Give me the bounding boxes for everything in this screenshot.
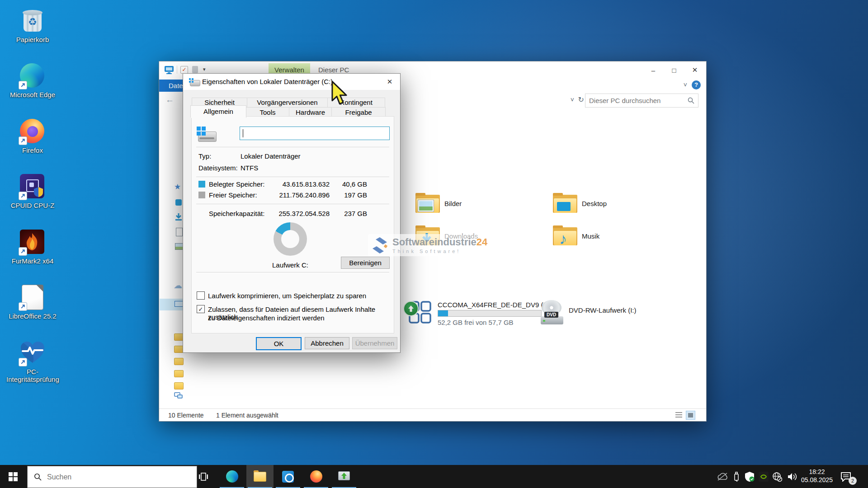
taskbar-search-input[interactable] [46, 473, 197, 482]
desktop-icon-label: LibreOffice 25.2 [6, 312, 59, 320]
thumbnail-view-icon[interactable] [686, 411, 695, 420]
desktop-icon-firefox[interactable]: Firefox [6, 119, 59, 154]
details-view-icon[interactable] [675, 411, 683, 418]
drive-d-icon [405, 298, 433, 330]
free-space-label: Freier Speicher: [209, 191, 257, 199]
folder-musik[interactable]: ♪ Musik [553, 223, 684, 249]
back-icon[interactable]: ← [165, 95, 174, 105]
window-title: Dieser PC [318, 66, 349, 74]
shortcut-arrow-icon [19, 192, 27, 200]
taskbar-app-firefox[interactable] [302, 465, 330, 488]
shortcut-arrow-icon [19, 358, 27, 366]
help-icon[interactable]: ? [692, 80, 701, 89]
onedrive-icon[interactable] [717, 471, 728, 483]
sidebar-folder-icon[interactable] [174, 382, 184, 389]
sidebar-onedrive-cloud-icon[interactable]: ☁ [174, 280, 182, 291]
sidebar-downloads-icon[interactable] [175, 213, 183, 223]
desktop-icon-cpuz[interactable]: CPUID CPU-Z [6, 174, 59, 209]
explorer-search-box[interactable] [585, 94, 698, 108]
sidebar-folder-icon[interactable] [174, 370, 184, 377]
cancel-button[interactable]: Abbrechen [305, 337, 349, 349]
usb-icon[interactable] [731, 471, 742, 483]
compress-checkbox-label: Laufwerk komprimieren, um Speicherplatz … [208, 292, 366, 300]
drive-icon [189, 78, 200, 85]
taskbar-search-box[interactable] [27, 466, 197, 488]
index-checkbox[interactable]: ✓ [197, 305, 205, 313]
ribbon-expand-icon[interactable]: ˅ [684, 81, 687, 89]
sidebar-quick-access-star-icon[interactable]: ★ [174, 182, 181, 192]
sidebar-selected-row[interactable] [160, 299, 183, 310]
folder-name: Desktop [582, 200, 607, 207]
filesystem-label: Dateisystem: [198, 164, 238, 172]
ok-button[interactable]: OK [256, 337, 302, 350]
folder-name: Musik [582, 232, 599, 240]
file-explorer-icon [254, 472, 266, 482]
security-shield-icon[interactable] [744, 471, 755, 483]
dialog-title: Eigenschaften von Lokaler Datenträger (C… [202, 78, 333, 85]
separator [196, 177, 389, 177]
taskbar-app-explorer[interactable] [246, 465, 274, 488]
type-label: Typ: [198, 152, 211, 160]
tab-vorgaengerversionen[interactable]: Vorgängerversionen [247, 98, 328, 108]
capacity-label: Speicherkapazität: [209, 210, 264, 217]
folder-desktop[interactable]: Desktop [553, 190, 684, 216]
minimize-button[interactable]: – [643, 61, 664, 79]
desktop-icon-recycle-bin[interactable]: ♻ Papierkorb [6, 8, 59, 43]
separator [196, 147, 389, 147]
dvd-badge: DVD [544, 312, 558, 318]
volume-label-input[interactable] [240, 127, 395, 140]
drive-d[interactable]: CCCOMA_X64FRE_DE-DE_DV9 (D:) 52,2 GB fre… [405, 298, 554, 330]
folder-name: Bilder [444, 200, 462, 207]
shortcut-arrow-icon [19, 302, 27, 311]
start-button[interactable] [0, 465, 26, 488]
used-color-swatch [198, 181, 205, 188]
taskbar-app-edge[interactable] [218, 465, 245, 488]
dialog-close-button[interactable]: ✕ [383, 76, 396, 88]
drive-dvd[interactable]: DVD DVD-RW-Laufwerk (I:) [540, 300, 675, 330]
desktop-icon-furmark[interactable]: FurMark2 x64 [6, 230, 59, 265]
volume-icon[interactable] [787, 471, 798, 483]
qat-properties-icon[interactable]: ✓ [180, 66, 188, 74]
sidebar-item-icon[interactable] [175, 199, 182, 206]
desktop-icon-pc-health-check[interactable]: PC-Integritätsprüfung [6, 340, 59, 383]
search-icon [688, 97, 694, 104]
folder-icon [553, 193, 577, 214]
apply-button[interactable]: Übernehmen [352, 337, 397, 349]
index-checkbox-label-line2: zu Dateieigenschaften indiziert werden [208, 314, 325, 322]
clock-time: 18:22 [798, 468, 836, 476]
task-view-button[interactable] [192, 465, 215, 488]
taskbar-clock[interactable]: 18:22 05.08.2025 [798, 468, 836, 484]
nvidia-icon[interactable] [758, 471, 769, 483]
sidebar-folder-icon[interactable] [174, 358, 184, 365]
maximize-button[interactable]: □ [664, 61, 684, 79]
desktop-icon-edge[interactable]: Microsoft Edge [6, 63, 59, 99]
watermark-logo-icon [371, 236, 389, 254]
sidebar-folder-icon[interactable] [174, 333, 184, 341]
watermark: Softwareindustrie24 Think Software! [368, 234, 502, 256]
close-button[interactable]: ✕ [684, 61, 705, 79]
taskbar-app-outlook[interactable] [274, 465, 302, 488]
qat-customize-caret-icon[interactable]: ▾ [203, 66, 206, 72]
music-note-glyph: ♪ [559, 230, 567, 248]
desktop-icon-libreoffice[interactable]: LibreOffice 25.2 [6, 285, 59, 320]
network-globe-icon[interactable] [771, 471, 783, 483]
volume-label-field[interactable] [240, 127, 390, 140]
qat-newfolder-icon[interactable] [192, 66, 198, 73]
folder-bilder[interactable]: Bilder [415, 190, 547, 216]
sidebar-document-icon[interactable] [176, 228, 183, 236]
cleanup-button[interactable]: Bereinigen [341, 257, 390, 269]
compress-checkbox[interactable] [197, 291, 205, 300]
firefox-icon [310, 470, 322, 483]
qat-computer-icon[interactable] [164, 66, 175, 75]
taskbar-app-media-tool[interactable] [330, 465, 358, 488]
desktop-icon-label: PC-Integritätsprüfung [6, 368, 59, 383]
refresh-icon[interactable]: ↻ [578, 95, 584, 104]
explorer-search-input[interactable] [585, 97, 688, 104]
capacity-gb: 237 GB [334, 210, 367, 217]
drive-name: DVD-RW-Laufwerk (I:) [569, 300, 636, 330]
usage-donut [274, 222, 307, 256]
sidebar-network-icon[interactable] [174, 392, 183, 401]
sidebar-folder-icon[interactable] [174, 346, 184, 353]
tab-allgemein-active[interactable]: Allgemein [190, 105, 246, 118]
address-dropdown-icon[interactable]: ˅ [571, 96, 574, 103]
